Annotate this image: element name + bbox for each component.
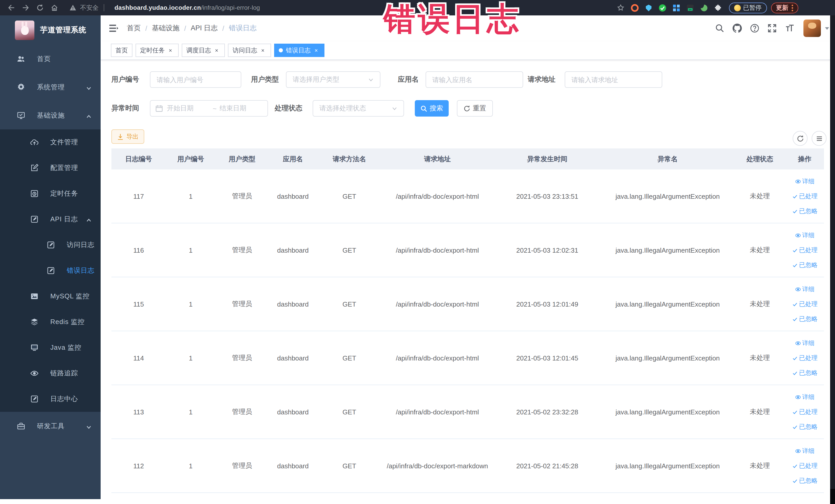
mark-ignored-link[interactable]: 已忽略	[792, 422, 817, 431]
cell-app-name: dashboard	[268, 462, 317, 469]
cell-exception-name: java.lang.IllegalArgumentException	[601, 462, 734, 469]
extension-icon-5[interactable]: on	[686, 4, 694, 12]
table-header-row: 日志编号 用户编号 用户类型 应用名 请求方法名 请求地址 异常发生时间 异常名…	[111, 148, 824, 169]
mark-processed-link[interactable]: 已处理	[792, 461, 817, 470]
tab[interactable]: 首页	[111, 44, 133, 57]
chevron-down-icon	[86, 84, 91, 89]
window-edge-scrollbar[interactable]	[830, 15, 835, 504]
sidebar-item[interactable]: 文件管理	[0, 129, 101, 155]
extension-icon-4[interactable]	[672, 4, 680, 12]
hamburger-icon[interactable]	[108, 23, 119, 33]
sidebar-item[interactable]: MySQL 监控	[0, 283, 101, 309]
reload-icon[interactable]	[36, 4, 44, 12]
mark-processed-link[interactable]: 已处理	[792, 354, 817, 362]
process-status-select[interactable]: 请选择处理状态	[313, 100, 404, 117]
detail-link[interactable]: 详细	[795, 231, 814, 240]
mark-processed-link[interactable]: 已处理	[792, 192, 817, 201]
sidebar-item[interactable]: 基础设施	[0, 101, 101, 129]
sidebar-item[interactable]: API 日志	[0, 206, 101, 232]
back-icon[interactable]	[7, 4, 15, 12]
sidebar-item[interactable]: 日志中心	[0, 386, 101, 412]
mark-ignored-link[interactable]: 已忽略	[792, 368, 817, 377]
chevron-down-icon[interactable]	[825, 27, 829, 29]
search-icon[interactable]	[715, 24, 724, 33]
browser-menu-icon[interactable]	[791, 4, 793, 11]
extensions-puzzle-icon[interactable]	[714, 4, 721, 12]
font-size-icon[interactable]	[785, 24, 794, 33]
tab[interactable]: 访问日志 ×	[228, 44, 271, 57]
sidebar-item-label: 基础设施	[37, 110, 65, 120]
column-header: 异常名	[601, 154, 734, 164]
log-edit-icon	[46, 266, 55, 275]
sidebar-item[interactable]: 错误日志	[0, 258, 101, 283]
close-icon[interactable]: ×	[313, 47, 320, 54]
end-date-placeholder[interactable]: 结束日期	[220, 104, 262, 113]
cell-exception-name: java.lang.IllegalArgumentException	[601, 408, 734, 416]
mark-processed-link[interactable]: 已处理	[792, 300, 817, 308]
mark-processed-link[interactable]: 已处理	[792, 246, 817, 255]
search-button[interactable]: 搜索	[415, 100, 449, 117]
mark-ignored-link[interactable]: 已忽略	[792, 315, 817, 323]
mark-ignored-link[interactable]: 已忽略	[792, 261, 817, 269]
tab[interactable]: 定时任务 ×	[136, 44, 179, 57]
warning-icon	[69, 4, 77, 12]
sidebar-item[interactable]: Redis 监控	[0, 309, 101, 335]
sidebar-item[interactable]: 研发工具	[0, 412, 101, 440]
column-settings-button[interactable]	[812, 131, 827, 146]
extension-icon-2[interactable]	[645, 4, 652, 12]
tab[interactable]: 调度日志 ×	[182, 44, 225, 57]
address-bar[interactable]: dashboard.yudao.iocoder.cn/infra/log/api…	[115, 4, 260, 11]
close-icon[interactable]: ×	[259, 47, 266, 54]
sidebar-item[interactable]: 链路追踪	[0, 361, 101, 386]
close-icon[interactable]: ×	[213, 47, 220, 54]
close-icon[interactable]: ×	[167, 47, 174, 54]
user-type-select[interactable]: 请选择用户类型	[286, 72, 381, 88]
extension-icon-1[interactable]	[631, 4, 638, 12]
detail-link[interactable]: 详细	[795, 339, 814, 347]
sidebar-item[interactable]: 访问日志	[0, 232, 101, 258]
request-url-input[interactable]	[565, 72, 662, 88]
exception-time-range[interactable]: 开始日期 ~ 结束日期	[150, 100, 268, 117]
home-icon[interactable]	[50, 4, 59, 12]
cell-method: GET	[317, 354, 382, 362]
gear-icon	[16, 83, 25, 92]
help-icon[interactable]	[750, 24, 759, 33]
sidebar-item[interactable]: 定时任务	[0, 181, 101, 206]
mark-processed-link[interactable]: 已处理	[792, 407, 817, 416]
breadcrumb-item[interactable]: API 日志	[191, 24, 218, 33]
start-date-placeholder[interactable]: 开始日期	[167, 104, 209, 113]
detail-link[interactable]: 详细	[795, 285, 814, 294]
detail-link[interactable]: 详细	[795, 446, 814, 455]
sidebar-item[interactable]: 配置管理	[0, 155, 101, 181]
sidebar-item[interactable]: 首页	[0, 45, 101, 73]
fullscreen-icon[interactable]	[767, 24, 776, 33]
forward-icon[interactable]	[22, 4, 30, 12]
cell-app-name: dashboard	[268, 354, 317, 362]
github-icon[interactable]	[732, 24, 741, 33]
user-avatar[interactable]	[803, 20, 821, 37]
refresh-button[interactable]	[793, 131, 808, 146]
app-name-input[interactable]	[426, 72, 523, 88]
paused-badge[interactable]: 已暂停	[729, 2, 767, 13]
user-id-input[interactable]	[150, 72, 241, 88]
mark-ignored-link[interactable]: 已忽略	[792, 476, 817, 485]
breadcrumb-item[interactable]: 基础设施	[152, 24, 180, 33]
sidebar-item[interactable]: 系统管理	[0, 73, 101, 101]
detail-link[interactable]: 详细	[795, 177, 814, 186]
reset-button[interactable]: 重置	[457, 100, 493, 117]
cell-exception-name: java.lang.IllegalArgumentException	[601, 354, 734, 362]
tab[interactable]: 错误日志 ×	[274, 44, 324, 57]
detail-link[interactable]: 详细	[795, 392, 814, 401]
security-label[interactable]: 不安全	[80, 3, 99, 12]
extension-icon-6[interactable]	[700, 4, 708, 12]
update-button[interactable]: 更新	[771, 2, 798, 13]
extension-icon-3[interactable]	[658, 4, 666, 12]
bookmark-star-icon[interactable]	[616, 4, 625, 12]
table-row: 114 1 管理员 dashboard GET /api/infra/db-do…	[111, 331, 824, 385]
cell-log-id: 113	[111, 408, 166, 416]
sidebar-item[interactable]: Java 监控	[0, 335, 101, 361]
app-logo-row[interactable]: 芋道管理系统	[0, 15, 101, 45]
mark-ignored-link[interactable]: 已忽略	[792, 207, 817, 216]
export-button[interactable]: 导出	[111, 129, 144, 144]
breadcrumb-item[interactable]: 首页	[127, 24, 141, 33]
